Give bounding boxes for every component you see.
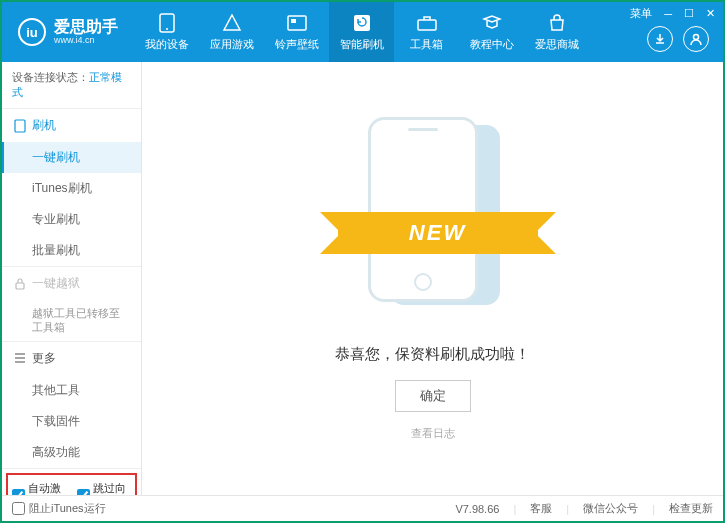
- jailbreak-note: 越狱工具已转移至工具箱: [2, 300, 141, 341]
- user-icon[interactable]: [683, 26, 709, 52]
- sidebar-item-oneclick[interactable]: 一键刷机: [2, 142, 141, 173]
- nav-label: 智能刷机: [340, 37, 384, 52]
- footer: 阻止iTunes运行 V7.98.66 | 客服 | 微信公众号 | 检查更新: [2, 495, 723, 521]
- nav-apps[interactable]: 应用游戏: [199, 2, 264, 62]
- nav-store[interactable]: 爱思商城: [524, 2, 589, 62]
- sidebar-item-itunes[interactable]: iTunes刷机: [2, 173, 141, 204]
- sidebar-item-pro[interactable]: 专业刷机: [2, 204, 141, 235]
- toolbox-icon: [417, 13, 437, 33]
- sidebar-head-flash[interactable]: 刷机: [2, 109, 141, 142]
- maximize-icon[interactable]: ☐: [682, 7, 696, 20]
- svg-rect-2: [288, 16, 306, 30]
- wallpaper-icon: [287, 13, 307, 33]
- nav-tutorials[interactable]: 教程中心: [459, 2, 524, 62]
- sidebar-head-more[interactable]: 更多: [2, 342, 141, 375]
- view-log-link[interactable]: 查看日志: [411, 426, 455, 441]
- device-icon: [157, 13, 177, 33]
- checkbox-block-itunes[interactable]: [12, 502, 25, 515]
- window-controls: 菜单 ─ ☐ ✕: [628, 6, 717, 21]
- checkbox-label: 自动激活: [28, 481, 67, 495]
- nav-label: 铃声壁纸: [275, 37, 319, 52]
- phone-illustration: NEW: [358, 117, 508, 317]
- logo-area: iu 爱思助手 www.i4.cn: [2, 18, 134, 46]
- new-ribbon: NEW: [338, 212, 538, 254]
- checkbox-group-highlighted: 自动激活 跳过向导: [6, 473, 137, 495]
- nav-ringtones[interactable]: 铃声壁纸: [264, 2, 329, 62]
- main-content: NEW 恭喜您，保资料刷机成功啦！ 确定 查看日志: [142, 62, 723, 495]
- download-icon[interactable]: [647, 26, 673, 52]
- sidebar-head-label: 一键越狱: [32, 275, 80, 292]
- close-icon[interactable]: ✕: [704, 7, 717, 20]
- wechat-link[interactable]: 微信公众号: [583, 501, 638, 516]
- nav-label: 我的设备: [145, 37, 189, 52]
- sidebar-head-jailbreak[interactable]: 一键越狱: [2, 267, 141, 300]
- list-icon: [14, 353, 26, 363]
- success-message: 恭喜您，保资料刷机成功啦！: [335, 345, 530, 364]
- sidebar-head-label: 刷机: [32, 117, 56, 134]
- sidebar: 设备连接状态：正常模式 刷机 一键刷机 iTunes刷机 专业刷机 批量刷机 一…: [2, 62, 142, 495]
- status-label: 设备连接状态：: [12, 71, 89, 83]
- checkbox-auto-activate[interactable]: 自动激活: [12, 481, 67, 495]
- nav-label: 教程中心: [470, 37, 514, 52]
- phone-icon: [14, 119, 26, 133]
- nav-label: 工具箱: [410, 37, 443, 52]
- update-link[interactable]: 检查更新: [669, 501, 713, 516]
- titlebar: iu 爱思助手 www.i4.cn 我的设备 应用游戏 铃声壁纸 智能刷机: [2, 2, 723, 62]
- svg-rect-7: [15, 120, 25, 132]
- nav-my-device[interactable]: 我的设备: [134, 2, 199, 62]
- svg-rect-3: [291, 19, 296, 23]
- store-icon: [547, 13, 567, 33]
- sidebar-item-download-fw[interactable]: 下载固件: [2, 406, 141, 437]
- checkbox-label: 跳过向导: [93, 481, 132, 495]
- checkbox-skip-guide[interactable]: 跳过向导: [77, 481, 132, 495]
- version-label: V7.98.66: [455, 503, 499, 515]
- app-url: www.i4.cn: [54, 36, 118, 46]
- app-title: 爱思助手: [54, 18, 118, 36]
- svg-point-1: [166, 28, 168, 30]
- svg-rect-8: [16, 283, 24, 289]
- connection-status: 设备连接状态：正常模式: [2, 62, 141, 109]
- service-link[interactable]: 客服: [530, 501, 552, 516]
- sidebar-head-label: 更多: [32, 350, 56, 367]
- svg-point-6: [694, 35, 699, 40]
- nav-label: 爱思商城: [535, 37, 579, 52]
- logo-icon: iu: [18, 18, 46, 46]
- app-window: iu 爱思助手 www.i4.cn 我的设备 应用游戏 铃声壁纸 智能刷机: [0, 0, 725, 523]
- menu-button[interactable]: 菜单: [628, 6, 654, 21]
- minimize-icon[interactable]: ─: [662, 8, 674, 20]
- apps-icon: [222, 13, 242, 33]
- nav-label: 应用游戏: [210, 37, 254, 52]
- sidebar-item-batch[interactable]: 批量刷机: [2, 235, 141, 266]
- refresh-icon: [352, 13, 372, 33]
- nav-toolbox[interactable]: 工具箱: [394, 2, 459, 62]
- svg-rect-5: [418, 20, 436, 30]
- tutorial-icon: [482, 13, 502, 33]
- nav-smart-flash[interactable]: 智能刷机: [329, 2, 394, 62]
- lock-icon: [14, 278, 26, 290]
- sidebar-item-advanced[interactable]: 高级功能: [2, 437, 141, 468]
- block-itunes-label: 阻止iTunes运行: [29, 501, 106, 516]
- ok-button[interactable]: 确定: [395, 380, 471, 412]
- sidebar-item-other-tools[interactable]: 其他工具: [2, 375, 141, 406]
